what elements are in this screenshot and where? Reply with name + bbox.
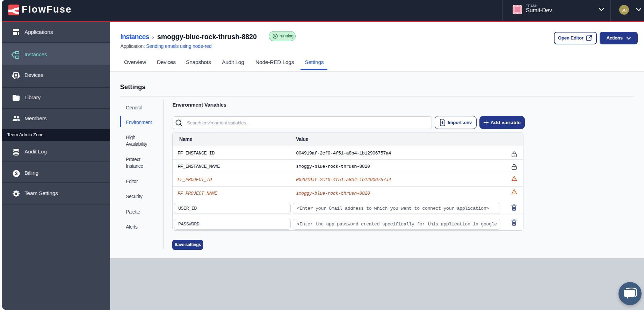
svg-text:$: $ [15, 171, 18, 176]
